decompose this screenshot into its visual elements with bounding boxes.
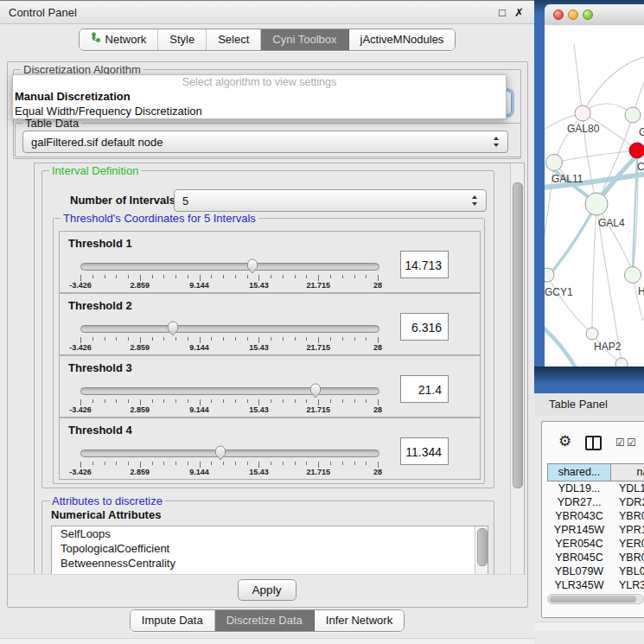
table-row[interactable]: YER054CYER05 xyxy=(547,537,644,551)
tick-mark xyxy=(163,337,164,341)
table-header-row: shared... na xyxy=(547,463,644,481)
table-data-combobox[interactable]: galFiltered.sif default node xyxy=(22,131,508,153)
tick-mark xyxy=(247,462,248,465)
cell-name[interactable]: YPR14 xyxy=(611,523,644,537)
table-row[interactable]: YBR045CYBR04 xyxy=(547,551,644,564)
tick-label: 28 xyxy=(373,343,382,352)
cell-shared-name[interactable]: YER054C xyxy=(547,537,611,551)
tab-network[interactable]: Network xyxy=(80,29,159,50)
minimize-light[interactable] xyxy=(568,10,578,20)
table-row[interactable]: YBL079WYBL07 xyxy=(547,564,644,578)
dropdown-placeholder-option[interactable]: Select algorithm to view settings xyxy=(13,75,506,89)
cell-shared-name[interactable]: YLR345W xyxy=(547,578,611,592)
slider-track[interactable] xyxy=(80,387,379,395)
threshold-value-field[interactable]: 14.713 xyxy=(400,251,449,278)
table-row[interactable]: YDR27...YDR27 xyxy=(547,495,644,509)
tick-mark xyxy=(92,337,93,341)
scrollbar-thumb[interactable] xyxy=(477,528,488,566)
tick-mark xyxy=(140,399,141,405)
cell-shared-name[interactable]: YBR045C xyxy=(547,551,611,564)
threshold-value-field[interactable]: 11.344 xyxy=(400,437,449,465)
table-row[interactable]: YPR145WYPR14 xyxy=(547,523,644,537)
tab-infer-network[interactable]: Infer Network xyxy=(315,610,404,631)
threshold-value-field[interactable]: 21.4 xyxy=(400,375,449,403)
cell-name[interactable]: YBR04 xyxy=(611,551,644,564)
table-row[interactable]: YLR345WYLR34 xyxy=(547,578,644,592)
column-header-name[interactable]: na xyxy=(611,463,644,481)
table-horizontal-scrollbar[interactable] xyxy=(547,594,644,604)
cell-shared-name[interactable]: YPR145W xyxy=(547,523,611,537)
table-row[interactable]: YBR043CYBR04 xyxy=(547,509,644,523)
scrollbar-thumb[interactable] xyxy=(550,596,636,603)
float-icon[interactable]: □ xyxy=(499,6,506,19)
attribute-list-item[interactable]: BetweennessCentrality xyxy=(52,556,488,571)
tab-style[interactable]: Style xyxy=(158,29,207,50)
gear-icon[interactable]: ⚙ xyxy=(558,432,571,450)
num-intervals-combobox[interactable]: 5 xyxy=(174,189,487,212)
tick-mark xyxy=(152,399,153,403)
tab-cyni-toolbox[interactable]: Cyni Toolbox xyxy=(261,29,348,50)
checkbox-icon[interactable]: ☑ xyxy=(615,437,625,449)
tab-select[interactable]: Select xyxy=(207,29,261,50)
slider-thumb[interactable] xyxy=(166,320,180,336)
tick-mark xyxy=(342,275,343,278)
cell-shared-name[interactable]: YBL079W xyxy=(547,564,611,578)
attributes-list[interactable]: SelfLoopsTopologicalCoefficientBetweenne… xyxy=(51,526,488,577)
close-light[interactable] xyxy=(553,10,564,20)
zoom-light[interactable] xyxy=(583,10,593,20)
cell-shared-name[interactable]: YBR043C xyxy=(547,509,611,523)
dropdown-option-equal-width-frequency[interactable]: Equal Width/Frequency Discretization xyxy=(13,104,506,118)
tab-label: Infer Network xyxy=(326,610,392,631)
node-red xyxy=(629,143,644,158)
interval-definition-group: Interval Definition Number of Intervals … xyxy=(41,170,494,488)
cell-shared-name[interactable]: YDR27... xyxy=(547,495,611,509)
attribute-list-item[interactable]: TopologicalCoefficient xyxy=(52,541,488,556)
cell-name[interactable]: YER05 xyxy=(611,537,644,551)
tab-jactivemnodules[interactable]: jActiveMNodules xyxy=(349,29,456,50)
tick-mark xyxy=(105,275,105,278)
dropdown-option-manual-discretization[interactable]: Manual Discretization xyxy=(13,89,506,104)
cell-name[interactable]: YBR04 xyxy=(611,509,644,523)
slider-thumb[interactable] xyxy=(309,382,322,399)
settings-vertical-scrollbar[interactable] xyxy=(510,163,524,577)
table-panel-footer xyxy=(534,622,644,631)
tick-mark xyxy=(116,275,117,278)
cell-name[interactable]: YLR34 xyxy=(611,578,644,592)
tab-impute-data[interactable]: Impute Data xyxy=(131,610,215,631)
apply-button[interactable]: Apply xyxy=(238,579,296,601)
node-table: shared... na YDL19...YDL19YDR27...YDR27Y… xyxy=(547,463,644,593)
tick-label: 9.144 xyxy=(189,343,209,352)
tab-discretize-data[interactable]: Discretize Data xyxy=(215,610,315,631)
cell-name[interactable]: YDL19 xyxy=(611,481,644,495)
close-icon[interactable]: ✗ xyxy=(514,6,524,19)
tick-mark xyxy=(283,462,284,465)
tick-mark xyxy=(235,275,236,278)
num-intervals-value: 5 xyxy=(182,194,188,207)
tick-mark xyxy=(128,275,129,278)
checkbox-icon[interactable]: ☑ xyxy=(627,437,636,449)
tick-mark xyxy=(211,337,212,341)
slider-thumb[interactable] xyxy=(214,444,227,461)
cell-name[interactable]: YBL07 xyxy=(611,564,644,578)
attribute-list-item[interactable]: SelfLoops xyxy=(52,526,488,541)
cell-shared-name[interactable]: YIL052C xyxy=(547,592,611,593)
slider-tick-labels: -3.4262.8599.14415.4321.71528 xyxy=(80,405,378,415)
tick-mark xyxy=(223,275,224,278)
table-row[interactable]: YIL052CYIL05 xyxy=(547,592,644,593)
cell-name[interactable]: YIL05 xyxy=(611,592,644,593)
slider-thumb[interactable] xyxy=(245,258,259,274)
cell-name[interactable]: YDR27 xyxy=(611,495,644,509)
cell-shared-name[interactable]: YDL19... xyxy=(547,481,611,495)
tick-mark xyxy=(116,399,117,403)
columns-icon[interactable] xyxy=(585,436,602,450)
tick-label: 2.859 xyxy=(131,405,150,414)
column-header-shared[interactable]: shared... xyxy=(547,463,611,481)
slider-track[interactable] xyxy=(80,450,379,457)
scrollbar-thumb[interactable] xyxy=(513,182,523,488)
slider-track[interactable] xyxy=(80,325,379,333)
slider-track[interactable] xyxy=(80,263,379,271)
threshold-value-field[interactable]: 6.316 xyxy=(400,313,449,341)
network-canvas[interactable]: GAL80 GA C GAL11 GAL4 GCY1 H HAP2 xyxy=(545,25,644,367)
table-row[interactable]: YDL19...YDL19 xyxy=(547,481,644,495)
attributes-list-scrollbar[interactable] xyxy=(475,526,488,577)
